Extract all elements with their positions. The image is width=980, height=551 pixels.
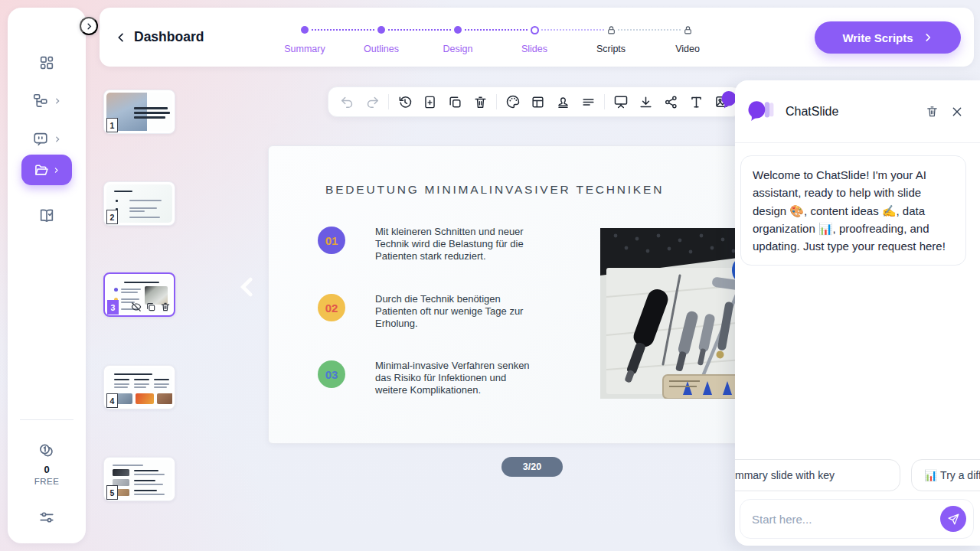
slide-thumbnail-3-selected[interactable]: 3: [103, 272, 175, 317]
sidebar-item-files-active[interactable]: [21, 155, 72, 185]
step-dot: [301, 26, 309, 34]
credits-plan-label: FREE: [8, 477, 86, 486]
write-scripts-button[interactable]: Write Scripts: [815, 21, 961, 54]
sidebar-item-feedback[interactable]: [8, 122, 86, 156]
slide-toolbar: [328, 86, 741, 117]
slide-item-text[interactable]: Durch die Technik benötigen Patienten of…: [375, 293, 541, 330]
slide-thumbnail-1[interactable]: 1: [103, 90, 175, 134]
chat-panel-title: ChatSlide: [786, 105, 838, 119]
assistant-welcome-message: Welcome to ChatSlide! I'm your AI assist…: [740, 155, 966, 266]
close-panel-icon[interactable]: [948, 103, 966, 121]
suggestion-chips: mmary slide with key 📊 Try a diff impact: [735, 459, 980, 499]
page-title: Dashboard: [134, 29, 204, 45]
item-number-badge[interactable]: 03: [318, 360, 345, 388]
clear-chat-icon[interactable]: [923, 102, 942, 121]
download-icon[interactable]: [634, 90, 658, 113]
chat-message-area: [735, 266, 980, 459]
lock-icon: [606, 25, 616, 35]
sidebar-item-resources[interactable]: [8, 199, 86, 233]
chatslide-panel: ChatSlide Welcome to ChatSlide! I'm your…: [735, 80, 980, 546]
suggestion-chip-summary[interactable]: mmary slide with key: [735, 459, 900, 491]
chat-input[interactable]: [752, 513, 940, 526]
chat-header: ChatSlide: [735, 80, 980, 143]
slide-thumbnail-5[interactable]: 5: [103, 457, 175, 501]
item-number-badge[interactable]: 02: [318, 294, 345, 321]
history-icon[interactable]: [393, 90, 416, 113]
sliders-icon: [38, 509, 55, 526]
toolbar-divider: [496, 94, 497, 109]
step-dot: [377, 26, 385, 34]
delete-slide-icon[interactable]: [160, 302, 171, 312]
sidebar-divider: [20, 419, 74, 420]
chat-input-container: [740, 499, 974, 539]
thumbnail-number: 4: [106, 393, 118, 408]
sidebar-item-preferences[interactable]: [8, 502, 86, 533]
thumbnail-number: 3: [107, 300, 119, 315]
credits-count: 0: [8, 464, 86, 475]
undo-icon[interactable]: [335, 90, 359, 113]
speech-bubble-icon: [32, 131, 49, 148]
sidebar-expand-button[interactable]: [80, 17, 98, 35]
layout-icon[interactable]: [526, 90, 550, 113]
present-icon[interactable]: [609, 90, 632, 113]
slide-title[interactable]: BEDEUTUNG MINIMALINVASIVER TECHNIKEN: [325, 183, 664, 197]
thumbnail-number: 2: [106, 210, 118, 224]
step-slides[interactable]: Slides: [496, 24, 573, 54]
back-button[interactable]: [115, 31, 127, 44]
step-outlines[interactable]: Outlines: [343, 24, 420, 54]
item-number-badge[interactable]: 01: [318, 227, 345, 254]
folder-open-icon: [34, 162, 49, 178]
duplicate-icon[interactable]: [443, 90, 467, 113]
header: Dashboard Summary Outlines Design Slides: [100, 8, 974, 67]
toolbar-divider: [388, 94, 389, 109]
slide-item-text[interactable]: Minimal-invasive Verfahren senken das Ri…: [375, 360, 541, 396]
chevron-right-icon: [54, 97, 61, 105]
step-dot: [454, 26, 462, 34]
share-icon[interactable]: [659, 90, 683, 113]
brand-stamp-icon[interactable]: [551, 90, 575, 113]
add-page-icon[interactable]: [418, 90, 442, 113]
step-design[interactable]: Design: [420, 24, 496, 54]
thumbnail-number: 5: [106, 485, 118, 500]
step-scripts: Scripts: [573, 24, 649, 54]
suggestion-chip-chart[interactable]: 📊 Try a diff impact: [911, 459, 980, 491]
duplicate-slide-icon[interactable]: [145, 302, 156, 312]
theme-palette-icon[interactable]: [501, 90, 524, 113]
chevron-right-icon: [53, 167, 60, 174]
tree-icon: [32, 93, 49, 109]
sidebar: 0 FREE: [8, 8, 86, 543]
slide-thumbnail-4[interactable]: 4: [103, 365, 175, 409]
slide-thumbnail-2[interactable]: 2: [103, 181, 175, 226]
delete-icon[interactable]: [469, 90, 492, 113]
step-video: Video: [649, 24, 726, 54]
align-icon[interactable]: [577, 90, 600, 113]
slide-item-text[interactable]: Mit kleineren Schnitten und neuer Techni…: [375, 226, 541, 262]
thumbnail-number: 1: [106, 118, 118, 132]
workflow-stepper: Summary Outlines Design Slides Scripts: [266, 24, 726, 60]
send-message-button[interactable]: [940, 506, 966, 532]
step-dot-current: [531, 26, 539, 34]
toolbar-divider: [604, 94, 605, 109]
slide-page-indicator: 3/20: [501, 457, 563, 477]
sidebar-item-projects-tree[interactable]: [8, 84, 86, 118]
collapse-thumbnails-chevron[interactable]: [234, 272, 260, 302]
chatslide-logo-icon: [747, 100, 775, 123]
redo-icon[interactable]: [361, 90, 384, 113]
text-icon[interactable]: [684, 90, 708, 113]
chevron-right-icon: [54, 135, 61, 143]
hide-slide-icon[interactable]: [131, 302, 142, 312]
dashboard-grid-icon: [38, 54, 55, 71]
chevron-right-icon: [923, 32, 933, 43]
credits-icon: [8, 441, 86, 462]
book-check-icon: [38, 207, 55, 224]
lock-icon: [683, 25, 693, 35]
step-summary[interactable]: Summary: [266, 24, 343, 54]
sidebar-item-dashboard[interactable]: [8, 46, 86, 80]
